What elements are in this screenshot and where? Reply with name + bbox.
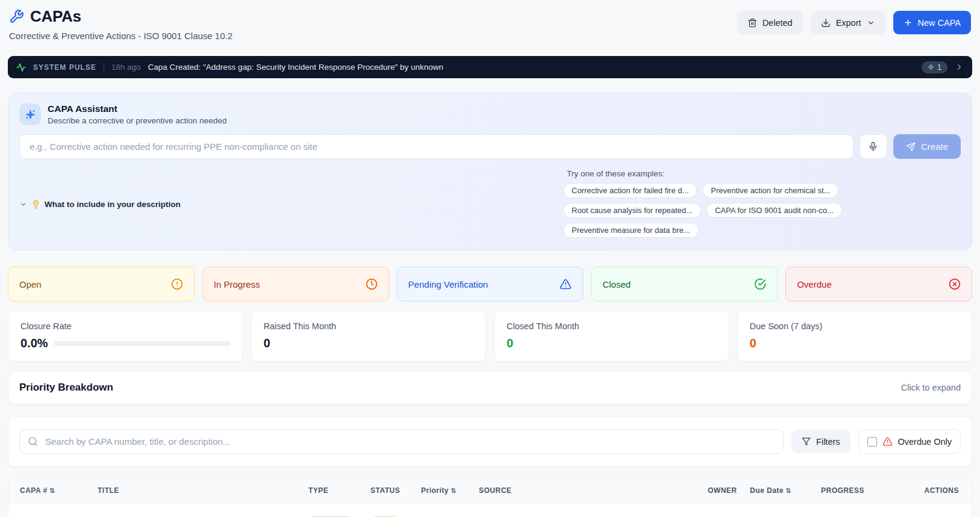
deleted-button[interactable]: Deleted (737, 11, 803, 34)
metric-label: Due Soon (7 days) (750, 321, 960, 331)
click-to-expand-hint: Click to expand (901, 383, 961, 392)
example-chip[interactable]: Corrective action for failed fire d... (563, 183, 697, 198)
pulse-label: SYSTEM PULSE (33, 63, 96, 72)
download-icon (821, 18, 831, 28)
examples-label: Try one of these examples: (567, 169, 961, 178)
column-header-type: TYPE (304, 478, 366, 503)
status-card-closed[interactable]: Closed (591, 267, 778, 302)
column-header-priority[interactable]: Priority⇅ (416, 478, 474, 503)
chevron-down-icon (867, 19, 875, 27)
example-chip[interactable]: CAPA for ISO 9001 audit non-co... (707, 203, 842, 218)
topbar: CAPAs Corrective & Preventive Actions - … (8, 6, 972, 41)
capa-assistant-panel: CAPA Assistant Describe a corrective or … (8, 93, 972, 250)
priority-breakdown-title: Priority Breakdown (19, 382, 113, 394)
status-card-open[interactable]: Open (8, 267, 195, 302)
overdue-only-checkbox[interactable] (867, 437, 877, 447)
trash-icon (747, 18, 757, 28)
chevron-down-icon (19, 200, 27, 208)
status-card-label: Pending Verification (408, 279, 488, 289)
search-input[interactable] (19, 429, 784, 454)
deleted-button-label: Deleted (763, 18, 793, 28)
metric-cards-row: Closure Rate 0.0% Raised This Month 0 Cl… (8, 311, 972, 362)
status-card-pending-verification[interactable]: Pending Verification (397, 267, 584, 302)
assistant-subtitle: Describe a corrective or preventive acti… (48, 116, 226, 125)
assistant-input[interactable] (19, 134, 854, 159)
zap-icon (928, 64, 934, 70)
priority-breakdown-card[interactable]: Priority Breakdown Click to expand (8, 371, 972, 404)
metric-label: Closure Rate (20, 321, 231, 331)
export-button-label: Export (836, 18, 861, 28)
wrench-icon (9, 9, 24, 24)
description-hint-toggle[interactable]: What to include in your description (19, 170, 181, 238)
example-chip[interactable]: Preventive action for chemical st... (702, 183, 838, 198)
status-card-label: Open (19, 279, 42, 289)
hint-label: What to include in your description (45, 200, 181, 209)
sort-icon: ⇅ (785, 487, 791, 494)
status-card-in-progress[interactable]: In Progress (202, 267, 389, 302)
table-header-row: CAPA #⇅ TITLE TYPE STATUS Priority⇅ SOUR… (8, 478, 972, 503)
metric-value: 0 (750, 336, 757, 350)
metric-label: Raised This Month (264, 321, 474, 331)
column-header-source: SOURCE (474, 478, 703, 503)
x-circle-icon (949, 278, 961, 290)
page-subtitle: Corrective & Preventive Actions - ISO 90… (9, 31, 233, 41)
chevron-right-icon[interactable] (955, 63, 964, 72)
closure-rate-progress-bar (54, 341, 231, 346)
create-button[interactable]: Create (893, 134, 961, 159)
column-header-due-date[interactable]: Due Date⇅ (745, 478, 816, 503)
warning-triangle-icon (882, 436, 893, 447)
create-button-label: Create (921, 141, 948, 152)
new-capa-button[interactable]: New CAPA (893, 11, 971, 34)
metric-card-due-soon: Due Soon (7 days) 0 (737, 311, 973, 362)
status-card-overdue[interactable]: Overdue (785, 267, 972, 302)
divider (104, 63, 104, 72)
activity-icon (16, 63, 26, 72)
metric-card-closed-this-month: Closed This Month 0 (494, 311, 729, 362)
overdue-only-label: Overdue Only (898, 437, 952, 447)
capa-page: CAPAs Corrective & Preventive Actions - … (0, 0, 980, 517)
sparkles-icon (19, 104, 41, 125)
column-header-title: TITLE (93, 478, 304, 503)
sort-icon: ⇅ (49, 487, 55, 494)
capa-table: CAPA #⇅ TITLE TYPE STATUS Priority⇅ SOUR… (8, 478, 972, 517)
metric-value: 0.0% (20, 336, 48, 350)
send-icon (906, 142, 916, 152)
microphone-icon (868, 141, 878, 152)
sort-icon: ⇅ (451, 487, 457, 494)
status-cards-row: Open In Progress Pending Verification Cl… (8, 267, 972, 302)
pulse-count: 1 (937, 63, 941, 72)
column-header-status: STATUS (366, 478, 416, 503)
top-actions: Deleted Export New CAPA (737, 11, 971, 34)
column-header-owner: OWNER (703, 478, 745, 503)
page-title: CAPAs (30, 7, 81, 26)
title-block: CAPAs Corrective & Preventive Actions - … (9, 7, 233, 41)
pulse-count-badge: 1 (922, 61, 947, 73)
assistant-title: CAPA Assistant (48, 104, 226, 114)
metric-label: Closed This Month (507, 321, 717, 331)
system-pulse-bar: SYSTEM PULSE 18h ago Capa Created: "Addr… (8, 56, 972, 78)
plus-icon (904, 18, 913, 27)
alert-circle-icon (171, 278, 183, 290)
microphone-button[interactable] (860, 134, 887, 159)
alert-triangle-icon (560, 278, 572, 290)
example-chip[interactable]: Preventive measure for data bre... (563, 223, 699, 238)
status-card-label: In Progress (214, 279, 260, 289)
status-card-label: Closed (602, 279, 631, 289)
export-button[interactable]: Export (811, 11, 885, 34)
column-header-capa[interactable]: CAPA #⇅ (8, 478, 93, 503)
filters-button-label: Filters (816, 437, 840, 447)
status-card-label: Overdue (797, 279, 832, 289)
filters-button[interactable]: Filters (791, 430, 850, 453)
lightbulb-icon (31, 200, 40, 209)
table-row[interactable]: CAPA-2026-005 Address gap: Security Inci… (8, 503, 972, 517)
examples-block: Try one of these examples: Corrective ac… (563, 168, 961, 238)
search-filter-bar: Filters Overdue Only (8, 416, 972, 467)
overdue-only-toggle[interactable]: Overdue Only (858, 429, 961, 454)
new-capa-button-label: New CAPA (918, 18, 961, 28)
clock-icon (366, 278, 378, 290)
pulse-timestamp: 18h ago (111, 63, 141, 72)
example-chip[interactable]: Root cause analysis for repeated... (563, 203, 701, 218)
metric-value: 0 (264, 336, 270, 350)
column-header-actions: ACTIONS (902, 478, 972, 503)
metric-card-raised-this-month: Raised This Month 0 (251, 311, 487, 362)
